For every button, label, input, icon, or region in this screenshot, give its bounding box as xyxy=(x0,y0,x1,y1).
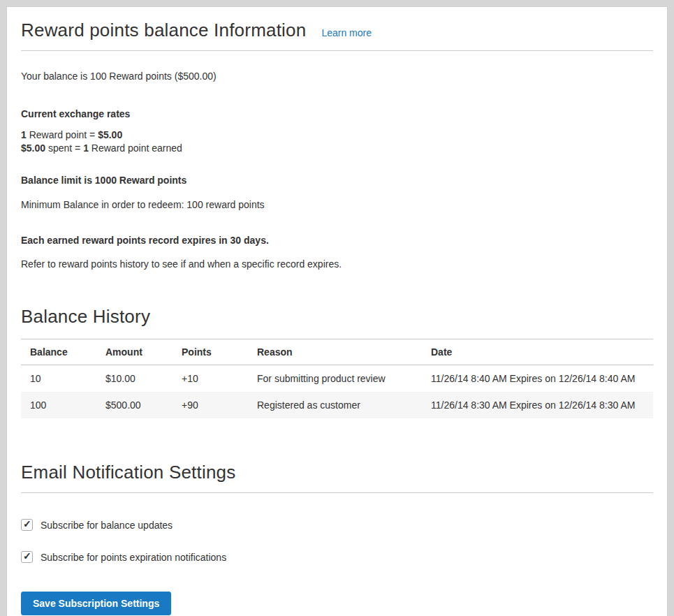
subscribe-expiration-checkbox[interactable] xyxy=(21,551,33,563)
email-notification-section: Email Notification Settings Subscribe fo… xyxy=(21,462,653,615)
rate2-text2: Reward point earned xyxy=(91,142,182,154)
rate1-value: $5.00 xyxy=(98,129,122,140)
balance-history-section: Balance History Balance Amount Points Re… xyxy=(21,306,653,418)
table-row: 10 $10.00 +10 For submitting product rev… xyxy=(21,365,653,393)
column-header-amount: Amount xyxy=(96,339,173,365)
exchange-rates-heading: Current exchange rates xyxy=(21,108,653,121)
column-header-balance: Balance xyxy=(21,339,96,365)
cell-points: +10 xyxy=(173,365,248,393)
balance-summary: Your balance is 100 Reward points ($500.… xyxy=(21,70,653,83)
rate2-text: spent = xyxy=(48,142,80,154)
balance-history-title: Balance History xyxy=(21,306,653,328)
subscribe-balance-label[interactable]: Subscribe for balance updates xyxy=(41,520,173,531)
balance-limit: Balance limit is 1000 Reward points xyxy=(21,174,653,187)
cell-reason: Registered as customer xyxy=(248,392,422,418)
learn-more-link[interactable]: Learn more xyxy=(321,27,372,38)
rate2-value: $5.00 xyxy=(21,142,45,154)
page-header: Reward points balance Information Learn … xyxy=(21,7,653,51)
email-notification-title: Email Notification Settings xyxy=(21,462,653,483)
save-subscription-settings-button[interactable]: Save Subscription Settings xyxy=(21,592,171,615)
cell-balance: 100 xyxy=(21,392,96,418)
page-title: Reward points balance Information xyxy=(21,20,306,41)
subscribe-expiration-row: Subscribe for points expiration notifica… xyxy=(21,551,653,563)
column-header-points: Points xyxy=(173,339,248,365)
column-header-date: Date xyxy=(422,339,653,365)
column-header-reason: Reason xyxy=(248,339,422,365)
cell-reason: For submitting product review xyxy=(248,365,422,393)
balance-history-table: Balance Amount Points Reason Date 10 $10… xyxy=(21,339,653,418)
table-header-row: Balance Amount Points Reason Date xyxy=(21,339,653,365)
exchange-rate-lines: 1 Reward point = $5.00 $5.00 spent = 1 R… xyxy=(21,129,653,155)
expiry-note: Refer to reward points history to see if… xyxy=(21,258,653,271)
email-notification-header: Email Notification Settings xyxy=(21,462,653,493)
cell-points: +90 xyxy=(173,392,248,418)
cell-amount: $10.00 xyxy=(96,365,173,393)
table-row: 100 $500.00 +90 Registered as customer 1… xyxy=(21,392,653,418)
minimum-balance: Minimum Balance in order to redeem: 100 … xyxy=(21,198,653,212)
expiry-rule: Each earned reward points record expires… xyxy=(21,234,653,247)
subscribe-expiration-label[interactable]: Subscribe for points expiration notifica… xyxy=(41,552,226,563)
rate2-points: 1 xyxy=(83,142,89,154)
cell-date: 11/26/14 8:30 AM Expires on 12/26/14 8:3… xyxy=(422,392,653,418)
subscribe-balance-checkbox[interactable] xyxy=(21,519,33,531)
reward-points-card: Reward points balance Information Learn … xyxy=(7,7,667,616)
rate1-points: 1 xyxy=(21,129,27,140)
cell-balance: 10 xyxy=(21,365,96,393)
balance-info-section: Your balance is 100 Reward points ($500.… xyxy=(21,70,653,271)
cell-date: 11/26/14 8:40 AM Expires on 12/26/14 8:4… xyxy=(422,365,653,393)
rate1-text: Reward point = xyxy=(29,129,96,140)
cell-amount: $500.00 xyxy=(96,392,173,418)
subscribe-balance-row: Subscribe for balance updates xyxy=(21,519,653,531)
